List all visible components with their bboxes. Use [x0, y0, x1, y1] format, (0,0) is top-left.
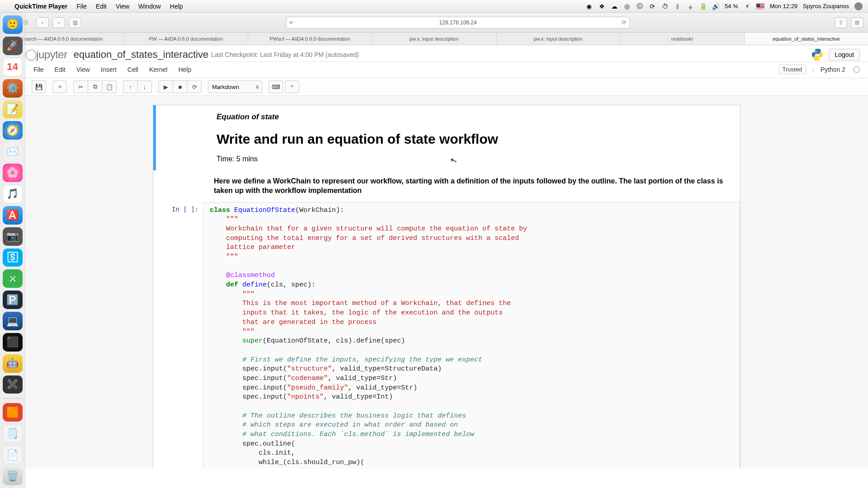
cell-toolbar-button[interactable]: ^ [285, 80, 299, 93]
tabs-button[interactable]: ⊞ [851, 17, 863, 28]
safari-tab-5[interactable]: notebook/ [620, 33, 744, 45]
dock-file[interactable]: 📄 [3, 446, 23, 464]
dock-calendar[interactable]: 14 [3, 58, 23, 76]
save-button[interactable]: 💾 [32, 80, 46, 93]
volume-icon[interactable]: 🔊 [712, 3, 719, 10]
run-button[interactable]: ▶ [158, 80, 173, 93]
cloud-icon[interactable]: ☁︎ [611, 3, 618, 10]
jp-menu-cell[interactable]: Cell [127, 66, 138, 73]
code-cell-1[interactable]: In [ ]: class EquationOfState(WorkChain)… [153, 202, 740, 469]
dock-skype[interactable]: 🇸 [3, 249, 23, 267]
back-button[interactable]: ‹ [36, 17, 49, 28]
cell-prompt [156, 105, 206, 170]
safari-tab-1[interactable]: PW — AiiDA 0.8.0 documentation [124, 33, 248, 45]
dock-terminal[interactable]: ⬛ [3, 333, 23, 352]
kernel-name[interactable]: Python 2 [821, 66, 845, 73]
eos-title: Write and run an equation of state workf… [217, 131, 729, 147]
menu-view[interactable]: View [116, 3, 129, 10]
spotlight-icon[interactable] [854, 2, 863, 10]
cell-type-select[interactable]: Markdown [208, 80, 262, 93]
checkpoint-text: Last Checkpoint: Last Friday at 4:00 PM … [211, 51, 359, 58]
status-c-icon[interactable]: Ⓒ [636, 3, 643, 10]
web-page: ⃝ jupyter equation_of_states_interactive… [25, 45, 868, 488]
dock-virtualbox[interactable]: 💻 [3, 312, 23, 330]
dock-pycharm[interactable]: 🅿️ [3, 291, 23, 309]
dock-launchpad[interactable]: 🚀 [3, 37, 23, 55]
record-indicator-icon[interactable]: ◉ [585, 3, 593, 10]
safari-tab-6[interactable]: equation_of_states_interactive [745, 33, 868, 45]
interrupt-button[interactable]: ■ [173, 80, 187, 93]
battery-percent: 54 % [725, 3, 738, 9]
dock-trash[interactable]: 🗑️ [3, 467, 23, 485]
copy-button[interactable]: ⧉ [88, 80, 102, 93]
markdown-cell-2[interactable]: Here we define a WorkChain to represent … [153, 170, 740, 202]
dock-preview[interactable]: 🗒️ [3, 424, 23, 443]
safari-tab-2[interactable]: PWscf — AiiDA 0.8.0 documentation [248, 33, 372, 45]
dock-notes[interactable]: 📝 [3, 100, 23, 119]
share-button[interactable]: ⇪ [835, 17, 847, 28]
charging-icon: ⚡︎ [744, 3, 751, 10]
dock-appstore[interactable]: 🅰️ [3, 206, 23, 225]
jp-menu-kernel[interactable]: Kernel [149, 66, 167, 73]
dock-safari[interactable]: 🧭 [3, 121, 23, 140]
safari-tab-3[interactable]: pw.x: input description [372, 33, 496, 45]
code-content[interactable]: class EquationOfState(WorkChain): """ Wo… [210, 206, 733, 469]
paste-button[interactable]: 📋 [102, 80, 117, 93]
menu-help[interactable]: Help [170, 3, 183, 10]
sidebar-button[interactable]: ▥ [69, 17, 81, 28]
dock-mail[interactable]: ✉️ [3, 142, 23, 161]
dock-notes-alt[interactable]: ⚙️ [3, 79, 23, 98]
jp-menu-edit[interactable]: Edit [55, 66, 66, 73]
battery-icon[interactable]: 🔋 [699, 3, 707, 10]
dock-facetime[interactable]: 📷 [3, 227, 23, 246]
notebook-title[interactable]: equation_of_states_interactive [74, 49, 208, 61]
cut-button[interactable]: ✂ [73, 80, 88, 93]
dock-vscode-like[interactable]: ⤫ [3, 269, 23, 288]
markdown-cell-1[interactable]: Equation of state Write and run an equat… [153, 105, 740, 170]
forward-button[interactable]: › [52, 17, 65, 28]
jp-menu-view[interactable]: View [76, 66, 90, 73]
menu-window[interactable]: Window [138, 3, 161, 10]
safari-tab-4[interactable]: pw.x: input description [496, 33, 620, 45]
dock-separator [4, 398, 22, 399]
dropbox-icon[interactable]: ❖ [598, 3, 605, 10]
user-name[interactable]: Spyros Zoupanos [803, 3, 849, 9]
circle-status-icon[interactable]: ◎ [623, 3, 631, 10]
timemachine-icon[interactable]: ⏱ [661, 3, 669, 10]
dock-x11[interactable]: ✖️ [3, 375, 23, 394]
logout-button[interactable]: Logout [829, 49, 860, 61]
jupyter-header: ⃝ jupyter equation_of_states_interactive… [25, 45, 868, 62]
bluetooth-icon[interactable]: ᛒ [674, 3, 681, 10]
reader-icon[interactable]: ≡ [289, 19, 293, 26]
jupyter-logo[interactable]: ⃝ jupyter [33, 48, 67, 61]
menu-file[interactable]: File [76, 3, 87, 10]
reload-icon[interactable]: ⟳ [622, 19, 627, 26]
dock-finder[interactable]: 🙂 [3, 15, 23, 34]
dock-photos[interactable]: 🌸 [3, 164, 23, 182]
sync-icon[interactable]: ⟳ [649, 3, 656, 10]
cell-prompt [153, 170, 203, 202]
move-up-button[interactable]: ↑ [123, 80, 137, 93]
safari-toolbar: ‹ › ▥ ≡ 128.178.106.24 ⟳ ⇪ ⊞ [0, 13, 868, 33]
active-app-name[interactable]: QuickTime Player [14, 3, 67, 10]
menu-edit[interactable]: Edit [96, 3, 107, 10]
input-flag-icon[interactable] [756, 4, 764, 9]
dock-automator[interactable]: 🤖 [3, 354, 23, 373]
clock[interactable]: Mon 12:29 [770, 3, 797, 9]
mac-menubar: QuickTime Player File Edit View Window H… [0, 0, 868, 13]
address-bar[interactable]: ≡ 128.178.106.24 ⟳ [286, 17, 630, 28]
notebook-scroll-area[interactable]: Equation of state Write and run an equat… [25, 96, 868, 469]
address-text: 128.178.106.24 [439, 19, 476, 26]
jp-menu-help[interactable]: Help [178, 66, 191, 73]
move-down-button[interactable]: ↓ [137, 80, 152, 93]
jp-menu-insert[interactable]: Insert [101, 66, 117, 73]
command-palette-button[interactable]: ⌨ [269, 80, 283, 93]
safari-tab-strip: Search — AiiDA 0.8.0 documentation PW — … [0, 33, 868, 45]
wifi-icon[interactable]: ⏚ [687, 3, 694, 10]
jp-menu-file[interactable]: File [33, 66, 44, 73]
restart-button[interactable]: ⟳ [187, 80, 202, 93]
trusted-badge[interactable]: Trusted [778, 65, 807, 74]
dock-music[interactable]: 🎵 [3, 185, 23, 203]
dock-todoist[interactable]: 🟧 [3, 403, 23, 422]
add-cell-button[interactable]: ＋ [52, 80, 67, 93]
